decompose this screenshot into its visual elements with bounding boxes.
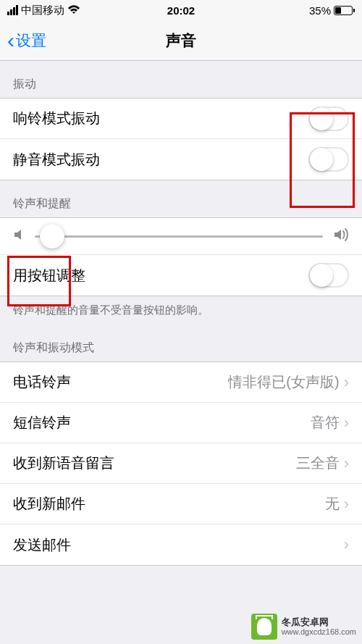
cell-label: 用按钮调整 [13,266,85,285]
carrier-text: 中国移动 [21,4,64,17]
volume-low-icon [13,228,25,244]
cell-voicemail[interactable]: 收到新语音留言 三全音 › [0,443,362,484]
cell-label: 短信铃声 [13,413,71,432]
chevron-right-icon: › [344,535,349,554]
volume-high-icon [333,228,349,244]
ringer-footnote: 铃声和提醒的音量不受音量按钮的影响。 [0,296,362,325]
cell-sent-mail[interactable]: 发送邮件 › [0,524,362,565]
watermark-name: 冬瓜安卓网 [282,617,356,627]
section-header-vibration: 振动 [0,61,362,98]
chevron-right-icon: › [344,454,349,473]
cell-label: 电话铃声 [13,372,71,392]
cell-label: 响铃模式振动 [13,109,100,128]
toggle-button-adjust[interactable] [308,263,349,288]
wifi-icon [67,4,80,17]
cell-value: 无 [325,494,340,514]
nav-bar: ‹ 设置 声音 [0,20,362,61]
watermark-logo-icon [251,614,277,640]
volume-slider-cell[interactable] [0,218,362,255]
toggle-silent-vibrate[interactable] [308,147,349,172]
cell-label: 收到新语音留言 [13,453,114,473]
cell-label: 发送邮件 [13,535,71,555]
chevron-right-icon: › [344,414,349,432]
chevron-right-icon: › [344,495,349,514]
watermark: 冬瓜安卓网 www.dgxcdz168.com [251,614,356,640]
cell-value: 音符 [311,413,340,432]
page-title: 声音 [166,30,196,51]
status-time: 20:02 [167,4,195,17]
battery-icon [334,6,355,15]
signal-icon [7,5,18,15]
watermark-url: www.dgxcdz168.com [282,627,356,636]
chevron-right-icon: › [344,373,349,392]
cell-text-tone[interactable]: 短信铃声 音符 › [0,403,362,443]
cell-new-mail[interactable]: 收到新邮件 无 › [0,484,362,524]
cell-value: 情非得已(女声版) [228,372,339,392]
section-header-sounds: 铃声和振动模式 [0,325,362,361]
ringer-group: 用按钮调整 [0,217,362,296]
cell-label: 静音模式振动 [13,150,100,170]
back-button[interactable]: ‹ 设置 [7,30,46,51]
section-header-ringer: 铃声和提醒 [0,180,362,217]
cell-label: 收到新邮件 [13,494,85,514]
cell-silent-vibrate[interactable]: 静音模式振动 [0,139,362,180]
cell-value: 三全音 [296,453,340,473]
battery-pct: 35% [309,4,331,17]
status-bar: 中国移动 20:02 35% [0,0,362,20]
slider-knob[interactable] [40,224,64,248]
vibration-group: 响铃模式振动 静音模式振动 [0,98,362,180]
sounds-group: 电话铃声 情非得已(女声版) › 短信铃声 音符 › 收到新语音留言 三全音 ›… [0,361,362,566]
toggle-ring-vibrate[interactable] [308,106,349,131]
cell-button-adjust[interactable]: 用按钮调整 [0,255,362,296]
cell-ringtone[interactable]: 电话铃声 情非得已(女声版) › [0,362,362,403]
cell-ring-vibrate[interactable]: 响铃模式振动 [0,99,362,139]
volume-slider[interactable] [35,235,323,238]
chevron-left-icon: ‹ [7,30,14,51]
back-label: 设置 [16,30,46,51]
